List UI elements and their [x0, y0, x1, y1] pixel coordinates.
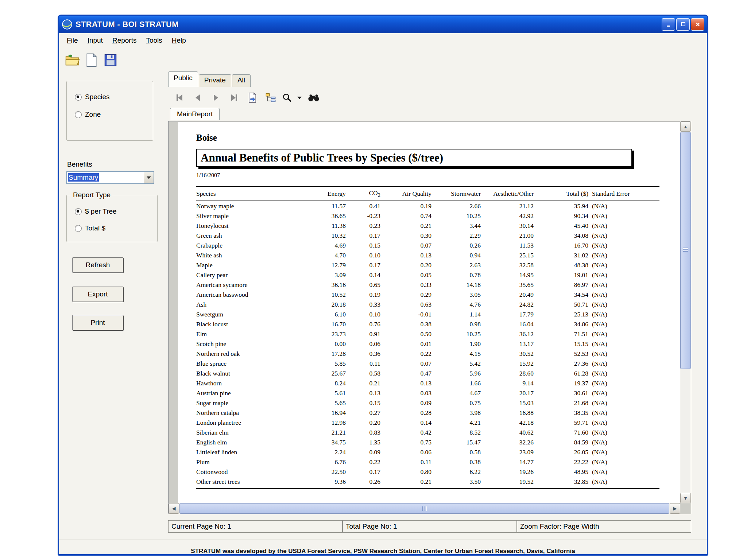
value-cell: 25.67	[293, 369, 346, 378]
table-row: Scotch pine0.000.060.011.9013.1715.15(N/…	[196, 339, 659, 349]
value-cell: 24.82	[481, 300, 534, 310]
value-cell: 10.32	[293, 231, 346, 241]
total-radio-label: Total $	[85, 224, 105, 232]
value-cell: 25.15	[481, 250, 534, 260]
value-cell: (N/A)	[588, 231, 659, 241]
species-cell: Littleleaf linden	[196, 447, 293, 457]
value-cell: 1.14	[431, 310, 481, 319]
value-cell: 5.42	[431, 359, 481, 369]
value-cell: 32.26	[481, 438, 534, 447]
menu-file[interactable]: File	[62, 35, 83, 46]
value-cell: 10.52	[293, 290, 346, 300]
close-button[interactable]	[691, 18, 704, 31]
value-cell: 36.65	[293, 211, 346, 221]
zoom-dropdown-button[interactable]	[296, 91, 303, 104]
table-row: Black locust16.700.760.380.9816.0434.86(…	[196, 319, 659, 329]
species-cell: Northern red oak	[196, 349, 293, 359]
value-cell: 30.61	[534, 388, 588, 398]
value-cell: 0.09	[380, 398, 431, 408]
tab-all[interactable]: All	[232, 74, 251, 87]
maximize-icon	[680, 22, 686, 27]
total-radio-row[interactable]: Total $	[75, 224, 105, 232]
go-last-button[interactable]	[227, 91, 241, 104]
value-cell: 0.22	[380, 349, 431, 359]
menu-input[interactable]: Input	[83, 35, 108, 46]
total-radio[interactable]	[75, 225, 82, 232]
benefits-dropdown[interactable]: Summary	[66, 171, 154, 184]
horizontal-scrollbar-thumb[interactable]	[179, 503, 669, 514]
table-row: Austrian pine5.610.130.034.6720.1730.61(…	[196, 388, 659, 398]
value-cell: 21.00	[481, 231, 534, 241]
column-header: Species	[196, 187, 293, 201]
vertical-scrollbar[interactable]: ▲ ▼	[680, 121, 691, 503]
value-cell: 32.85	[534, 477, 588, 489]
open-button[interactable]	[64, 52, 81, 68]
export-report-button[interactable]	[245, 91, 260, 104]
table-row: Cottonwood22.500.170.806.2219.2648.95(N/…	[196, 467, 659, 477]
value-cell: (N/A)	[588, 250, 659, 260]
scroll-left-button[interactable]: ◀	[169, 503, 179, 514]
zone-radio-row[interactable]: Zone	[75, 110, 101, 118]
species-radio[interactable]	[75, 94, 82, 101]
print-button[interactable]: Print	[72, 315, 123, 330]
value-cell: -0.23	[346, 211, 380, 221]
per-tree-radio[interactable]	[75, 208, 82, 215]
table-row: Siberian elm21.210.830.428.5240.6271.60(…	[196, 428, 659, 438]
maximize-button[interactable]	[676, 18, 690, 31]
scroll-up-button[interactable]: ▲	[680, 121, 691, 132]
scroll-down-button[interactable]: ▼	[680, 493, 691, 503]
value-cell: 0.41	[346, 201, 380, 211]
go-first-button[interactable]	[172, 91, 187, 104]
species-radio-row[interactable]: Species	[75, 93, 110, 101]
go-previous-button[interactable]	[190, 91, 205, 104]
value-cell: 0.76	[346, 319, 380, 329]
export-button[interactable]: Export	[72, 287, 123, 302]
tab-private[interactable]: Private	[199, 74, 231, 87]
value-cell: 30.14	[481, 221, 534, 231]
table-row: American basswood10.520.190.293.0520.493…	[196, 290, 659, 300]
refresh-button[interactable]: Refresh	[72, 257, 123, 273]
value-cell: (N/A)	[588, 280, 659, 290]
value-cell: 0.58	[431, 447, 481, 457]
menu-help[interactable]: Help	[167, 35, 191, 46]
search-button[interactable]	[306, 91, 321, 104]
value-cell: 2.24	[293, 447, 346, 457]
value-cell: 0.15	[346, 241, 380, 250]
report-title-box: Annual Benefits of Public Trees by Speci…	[196, 149, 632, 167]
benefits-dropdown-button[interactable]	[144, 172, 154, 183]
scroll-right-button[interactable]: ▶	[670, 503, 680, 514]
table-row: Norway maple11.570.410.192.6621.1235.94(…	[196, 201, 659, 211]
table-row: English elm34.751.350.7515.4732.2684.59(…	[196, 438, 659, 447]
tab-mainreport[interactable]: MainReport	[170, 108, 220, 120]
per-tree-radio-row[interactable]: $ per Tree	[75, 207, 117, 215]
value-cell: (N/A)	[588, 319, 659, 329]
report-viewer: Boise Annual Benefits of Public Trees by…	[168, 121, 691, 514]
viewer-toolbar	[172, 90, 321, 105]
value-cell: 3.05	[431, 290, 481, 300]
zone-radio[interactable]	[75, 111, 82, 118]
tab-public[interactable]: Public	[168, 71, 198, 87]
value-cell: 0.22	[346, 457, 380, 467]
value-cell: 22.22	[534, 457, 588, 467]
group-tree-button[interactable]	[263, 91, 278, 104]
zoom-factor-status: Zoom Factor: Page Width	[517, 520, 691, 533]
value-cell: 0.78	[431, 270, 481, 280]
species-cell: Cottonwood	[196, 467, 293, 477]
save-button[interactable]	[102, 52, 119, 68]
vertical-scrollbar-thumb[interactable]	[680, 132, 691, 369]
minimize-button[interactable]	[662, 18, 675, 31]
column-header: CO2	[346, 187, 380, 201]
value-cell: 14.95	[481, 270, 534, 280]
zoom-button[interactable]	[282, 91, 293, 104]
value-cell: 0.11	[346, 359, 380, 369]
table-row: Maple12.790.170.202.6332.5848.38(N/A)	[196, 260, 659, 270]
horizontal-scrollbar[interactable]: ◀ ▶	[169, 503, 680, 514]
menu-reports[interactable]: Reports	[108, 35, 142, 46]
go-next-button[interactable]	[209, 91, 223, 104]
arrow-left-icon	[178, 94, 182, 101]
new-button[interactable]	[83, 52, 100, 68]
menu-tools[interactable]: Tools	[141, 35, 167, 46]
value-cell: 2.66	[431, 201, 481, 211]
screen: STRATUM - BOI STRATUM File Input Reports…	[0, 0, 747, 560]
value-cell: 8.52	[431, 428, 481, 438]
